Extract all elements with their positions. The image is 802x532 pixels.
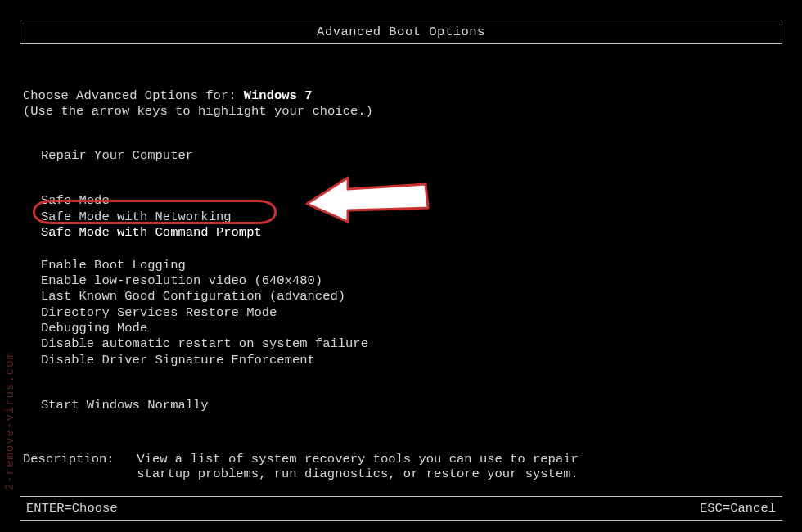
- menu-item-debugging[interactable]: Debugging Mode: [23, 321, 782, 336]
- footer-enter-hint: ENTER=Choose: [26, 501, 118, 516]
- menu-item-disable-auto-restart[interactable]: Disable automatic restart on system fail…: [23, 336, 782, 352]
- description-text: View a list of system recovery tools you…: [137, 452, 595, 481]
- menu-item-safe-mode[interactable]: Safe Mode: [23, 193, 782, 209]
- description-label: Description:: [23, 452, 129, 467]
- menu-group-normal: Start Windows Normally: [23, 398, 782, 413]
- os-name: Windows 7: [244, 88, 313, 103]
- screen-title: Advanced Boot Options: [20, 20, 782, 43]
- footer-bottom-border: [20, 520, 782, 521]
- title-bar-border: Advanced Boot Options: [20, 20, 782, 44]
- menu-item-repair[interactable]: Repair Your Computer: [23, 148, 782, 164]
- watermark-text: 2-remove-virus.com: [3, 352, 16, 490]
- prompt-line: Choose Advanced Options for: Windows 7: [23, 88, 782, 103]
- menu-item-safe-mode-networking[interactable]: Safe Mode with Networking: [23, 210, 782, 225]
- menu-item-disable-driver-sig[interactable]: Disable Driver Signature Enforcement: [23, 353, 782, 368]
- description-block: Description: View a list of system recov…: [23, 452, 782, 481]
- menu-item-low-res-video[interactable]: Enable low-resolution video (640x480): [23, 273, 782, 289]
- prompt-label: Choose Advanced Options for:: [23, 88, 244, 103]
- menu-group-safemode: Safe Mode Safe Mode with Networking Safe…: [23, 193, 782, 241]
- hint-line: (Use the arrow keys to highlight your ch…: [23, 104, 782, 119]
- menu-item-safe-mode-command-prompt[interactable]: Safe Mode with Command Prompt: [23, 225, 262, 241]
- menu-item-last-known-good[interactable]: Last Known Good Configuration (advanced): [23, 289, 782, 304]
- menu-item-boot-logging[interactable]: Enable Boot Logging: [23, 258, 782, 273]
- menu-item-directory-restore[interactable]: Directory Services Restore Mode: [23, 305, 782, 321]
- menu-item-start-normally[interactable]: Start Windows Normally: [23, 398, 782, 413]
- content-area: Choose Advanced Options for: Windows 7 (…: [0, 44, 802, 481]
- menu-group-options: Enable Boot Logging Enable low-resolutio…: [23, 258, 782, 369]
- footer-esc-hint: ESC=Cancel: [700, 501, 776, 516]
- menu-group-repair: Repair Your Computer: [23, 148, 782, 164]
- footer-bar: ENTER=Choose ESC=Cancel: [20, 496, 782, 520]
